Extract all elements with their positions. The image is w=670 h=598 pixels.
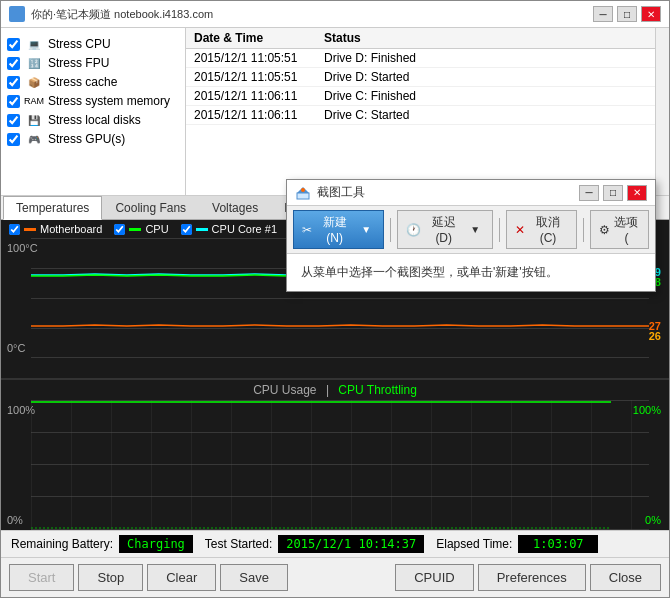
cpu-chart: CPU Usage | CPU Throttling 100% 0% 100% … [1, 380, 669, 530]
options-icon: ⚙ [599, 223, 610, 237]
overlay-minimize-button[interactable]: ─ [579, 185, 599, 201]
start-button[interactable]: Start [9, 564, 74, 591]
maximize-button[interactable]: □ [617, 6, 637, 22]
tab-cooling-fans[interactable]: Cooling Fans [102, 196, 199, 219]
log-header-datetime: Date & Time [194, 31, 324, 45]
status-bar: Remaining Battery: Charging Test Started… [1, 530, 669, 557]
stress-gpus-checkbox[interactable] [7, 133, 20, 146]
main-buttons: Start Stop Clear Save [9, 564, 288, 591]
log-header-status: Status [324, 31, 647, 45]
overlay-options-label: 选项( [613, 214, 640, 245]
legend-cpu: CPU [114, 223, 168, 235]
overlay-title-bar: 截图工具 ─ □ ✕ [287, 180, 655, 206]
stress-local-disks-checkbox[interactable] [7, 114, 20, 127]
stress-cpu-label: Stress CPU [48, 37, 111, 51]
log-scroll[interactable]: 2015/12/1 11:05:51 Drive D: Finished 201… [186, 49, 655, 195]
log-row: 2015/12/1 11:06:11 Drive C: Started [186, 106, 655, 125]
top-section: 💻 Stress CPU 🔢 Stress FPU 📦 Stress cache… [1, 28, 669, 195]
overlay-cancel-button[interactable]: ✕ 取消(C) [506, 210, 577, 249]
legend-cpu-checkbox[interactable] [114, 224, 125, 235]
overlay-hint-content: 从菜单中选择一个截图类型，或单击'新建'按钮。 [287, 254, 655, 291]
log-row: 2015/12/1 11:05:51 Drive D: Finished [186, 49, 655, 68]
close-button[interactable]: Close [590, 564, 661, 591]
overlay-sep-1 [390, 218, 391, 242]
cpuid-button[interactable]: CPUID [395, 564, 473, 591]
log-row: 2015/12/1 11:06:11 Drive C: Finished [186, 87, 655, 106]
overlay-toolbar: ✂ 新建(N) ▼ 🕐 延迟(D) ▼ ✕ 取消(C) ⚙ 选项( [287, 206, 655, 254]
close-window-button[interactable]: ✕ [641, 6, 661, 22]
legend-cpu-core-color [196, 228, 208, 231]
stress-system-memory-checkbox[interactable] [7, 95, 20, 108]
elapsed-value: 1:03:07 [518, 535, 598, 553]
title-bar-controls: ─ □ ✕ [593, 6, 661, 22]
stress-fpu-checkbox[interactable] [7, 57, 20, 70]
temp-y-bottom: 0°C [7, 342, 25, 354]
overlay-close-button[interactable]: ✕ [627, 185, 647, 201]
log-cell-datetime: 2015/12/1 11:06:11 [194, 89, 324, 103]
cpu-chart-area: 100% 0% 100% 0% [1, 400, 669, 530]
overlay-sep-2 [499, 218, 500, 242]
stress-gpus-label: Stress GPU(s) [48, 132, 125, 146]
overlay-delay-button[interactable]: 🕐 延迟(D) ▼ [397, 210, 493, 249]
battery-label: Remaining Battery: [11, 537, 113, 551]
overlay-options-button[interactable]: ⚙ 选项( [590, 210, 649, 249]
legend-cpu-core-label: CPU Core #1 [212, 223, 277, 235]
log-cell-status: Drive C: Finished [324, 89, 647, 103]
minimize-button[interactable]: ─ [593, 6, 613, 22]
delay-icon: 🕐 [406, 223, 421, 237]
legend-cpu-label: CPU [145, 223, 168, 235]
stress-system-memory-label: Stress system memory [48, 94, 170, 108]
legend-cpu-core-checkbox[interactable] [181, 224, 192, 235]
save-button[interactable]: Save [220, 564, 288, 591]
bottom-bar: Start Stop Clear Save CPUID Preferences … [1, 557, 669, 597]
overlay-cancel-label: 取消(C) [528, 214, 568, 245]
overlay-sep-3 [583, 218, 584, 242]
overlay-title-text: 截图工具 [317, 184, 365, 201]
overlay-maximize-button[interactable]: □ [603, 185, 623, 201]
stress-system-memory-item[interactable]: RAM Stress system memory [7, 93, 179, 109]
test-started-label: Test Started: [205, 537, 272, 551]
overlay-new-dropdown[interactable]: ▼ [357, 222, 375, 237]
overlay-delay-label: 延迟(D) [424, 214, 463, 245]
log-scrollbar[interactable] [655, 28, 669, 195]
overlay-controls: ─ □ ✕ [579, 185, 647, 201]
stress-cache-checkbox[interactable] [7, 76, 20, 89]
stress-fpu-label: Stress FPU [48, 56, 109, 70]
stress-cache-label: Stress cache [48, 75, 117, 89]
cpu-chart-svg [31, 400, 649, 530]
snip-icon: ✂ [302, 223, 312, 237]
log-cell-status: Drive D: Started [324, 70, 647, 84]
log-cell-status: Drive D: Finished [324, 51, 647, 65]
overlay-new-button[interactable]: ✂ 新建(N) ▼ [293, 210, 384, 249]
stress-disk-icon: 💾 [26, 112, 42, 128]
stop-button[interactable]: Stop [78, 564, 143, 591]
tab-voltages[interactable]: Voltages [199, 196, 271, 219]
stress-fpu-item[interactable]: 🔢 Stress FPU [7, 55, 179, 71]
stress-cpu-checkbox[interactable] [7, 38, 20, 51]
stress-gpus-item[interactable]: 🎮 Stress GPU(s) [7, 131, 179, 147]
stress-cpu-item[interactable]: 💻 Stress CPU [7, 36, 179, 52]
tab-temperatures[interactable]: Temperatures [3, 196, 102, 220]
stress-cache-item[interactable]: 📦 Stress cache [7, 74, 179, 90]
stress-fpu-icon: 🔢 [26, 55, 42, 71]
elapsed-label: Elapsed Time: [436, 537, 512, 551]
svg-point-5 [301, 188, 305, 192]
legend-motherboard-checkbox[interactable] [9, 224, 20, 235]
right-buttons: CPUID Preferences Close [395, 564, 661, 591]
preferences-button[interactable]: Preferences [478, 564, 586, 591]
cancel-icon: ✕ [515, 223, 525, 237]
cpu-y-bottom-left: 0% [7, 514, 23, 526]
overlay-delay-dropdown[interactable]: ▼ [466, 222, 484, 237]
legend-cpu-color [129, 228, 141, 231]
battery-status: Remaining Battery: Charging [11, 535, 193, 553]
stress-memory-icon: RAM [26, 93, 42, 109]
clear-button[interactable]: Clear [147, 564, 216, 591]
stress-local-disks-label: Stress local disks [48, 113, 141, 127]
overlay-new-label: 新建(N) [315, 214, 354, 245]
cpu-usage-label: CPU Usage [253, 383, 316, 397]
log-cell-datetime: 2015/12/1 11:05:51 [194, 51, 324, 65]
stress-local-disks-item[interactable]: 💾 Stress local disks [7, 112, 179, 128]
overlay-title-left: 截图工具 [295, 184, 365, 201]
log-row: 2015/12/1 11:05:51 Drive D: Started [186, 68, 655, 87]
title-bar: 你的·笔记本频道 notebook.i4183.com ─ □ ✕ [1, 1, 669, 28]
